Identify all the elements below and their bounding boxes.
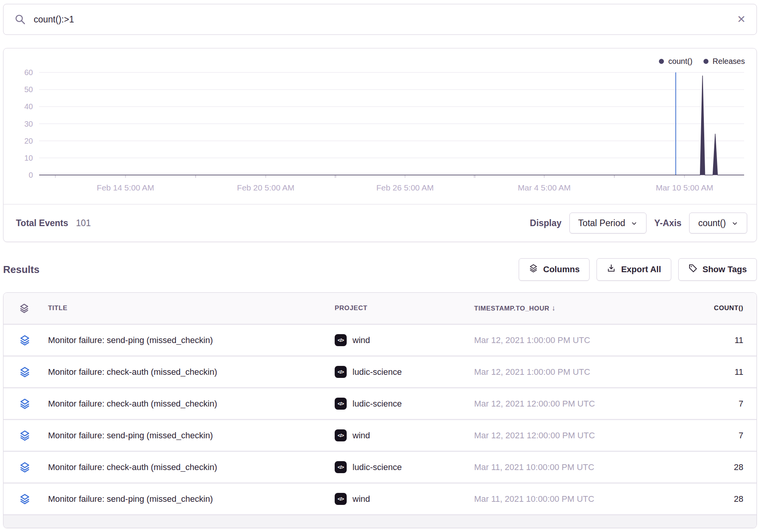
svg-text:Feb 14 5:00 AM: Feb 14 5:00 AM (97, 183, 154, 192)
display-dropdown[interactable]: Total Period (569, 213, 647, 233)
project-name: ludic-science (352, 399, 402, 409)
total-events-value: 101 (76, 218, 91, 228)
project-name: ludic-science (352, 367, 402, 377)
table-row[interactable]: Monitor failure: send-ping (missed_check… (3, 484, 757, 515)
table-row[interactable]: Monitor failure: check-auth (missed_chec… (3, 452, 757, 484)
legend-item-count[interactable]: count() (659, 57, 692, 66)
export-all-button-label: Export All (621, 264, 661, 275)
results-heading: Results (3, 264, 40, 276)
stack-icon[interactable] (19, 430, 48, 441)
project-platform-icon: </> (335, 493, 347, 505)
project-cell[interactable]: </> ludic-science (335, 366, 474, 378)
project-platform-icon: </> (335, 398, 347, 410)
svg-text:Mar 4 5:00 AM: Mar 4 5:00 AM (518, 183, 571, 192)
event-count: 7 (664, 431, 743, 441)
stack-icon (529, 264, 538, 275)
event-count: 11 (664, 367, 743, 377)
event-count: 7 (664, 399, 743, 409)
stack-icon[interactable] (19, 398, 48, 410)
stack-icon[interactable] (19, 462, 48, 473)
project-platform-icon: </> (335, 461, 347, 473)
svg-text:Feb 26 5:00 AM: Feb 26 5:00 AM (376, 183, 433, 192)
legend-item-releases[interactable]: Releases (703, 57, 745, 66)
project-cell[interactable]: </> wind (335, 334, 474, 346)
results-header-row: Results Columns Export All (3, 258, 757, 281)
project-platform-icon: </> (335, 366, 347, 378)
svg-text:Mar 10 5:00 AM: Mar 10 5:00 AM (656, 183, 713, 192)
column-header-project[interactable]: PROJECT (335, 304, 474, 312)
table-row[interactable]: Monitor failure: check-auth (missed_chec… (3, 388, 757, 420)
event-title[interactable]: Monitor failure: check-auth (missed_chec… (48, 399, 335, 409)
event-title[interactable]: Monitor failure: check-auth (missed_chec… (48, 367, 335, 377)
project-name: wind (352, 431, 370, 441)
results-table: TITLE PROJECT TIMESTAMP.TO_HOUR↓ COUNT()… (3, 292, 757, 528)
table-row[interactable]: Monitor failure: send-ping (missed_check… (3, 420, 757, 452)
chevron-down-icon (731, 220, 738, 227)
search-input[interactable] (34, 14, 729, 25)
table-row[interactable]: Monitor failure: send-ping (missed_check… (3, 325, 757, 357)
table-row[interactable]: Monitor failure: check-auth (missed_chec… (3, 357, 757, 388)
timestamp-column-label: TIMESTAMP.TO_HOUR (474, 305, 549, 312)
svg-text:20: 20 (24, 137, 33, 145)
project-name: wind (352, 335, 370, 345)
project-platform-icon: </> (335, 429, 347, 441)
event-timestamp: Mar 12, 2021 1:00:00 PM UTC (474, 367, 664, 377)
yaxis-dropdown[interactable]: count() (689, 213, 747, 233)
search-bar: ✕ (3, 4, 757, 35)
display-label: Display (530, 218, 562, 228)
event-title[interactable]: Monitor failure: send-ping (missed_check… (48, 494, 335, 504)
event-count: 28 (664, 494, 743, 504)
event-title[interactable]: Monitor failure: check-auth (missed_chec… (48, 462, 335, 472)
stack-icon[interactable] (19, 303, 48, 314)
columns-button[interactable]: Columns (519, 258, 590, 281)
count-series-dot-icon (659, 59, 664, 64)
sort-desc-icon: ↓ (552, 304, 555, 312)
events-over-time-chart[interactable]: 0102030405060Feb 14 5:00 AMFeb 20 5:00 A… (3, 48, 757, 204)
project-platform-icon: </> (335, 334, 347, 346)
project-name: ludic-science (352, 462, 402, 472)
event-title[interactable]: Monitor failure: send-ping (missed_check… (48, 335, 335, 345)
chart-footer: Total Events 101 Display Total Period Y-… (3, 204, 757, 242)
svg-text:Feb 20 5:00 AM: Feb 20 5:00 AM (237, 183, 294, 192)
project-cell[interactable]: </> ludic-science (335, 398, 474, 410)
event-timestamp: Mar 11, 2021 10:00:00 PM UTC (474, 462, 664, 472)
event-timestamp: Mar 12, 2021 1:00:00 PM UTC (474, 335, 664, 345)
event-timestamp: Mar 11, 2021 10:00:00 PM UTC (474, 494, 664, 504)
legend-count-label: count() (668, 57, 692, 66)
project-cell[interactable]: </> wind (335, 429, 474, 441)
display-dropdown-value: Total Period (578, 218, 625, 228)
svg-text:40: 40 (24, 102, 33, 111)
table-footer-strip (3, 515, 757, 528)
stack-icon[interactable] (19, 366, 48, 378)
export-all-button[interactable]: Export All (597, 258, 671, 281)
chart-legend: count() Releases (659, 57, 745, 66)
project-cell[interactable]: </> ludic-science (335, 461, 474, 473)
tag-icon (688, 264, 698, 275)
total-events-label: Total Events (16, 218, 68, 228)
svg-text:60: 60 (24, 68, 33, 77)
event-title[interactable]: Monitor failure: send-ping (missed_check… (48, 431, 335, 441)
show-tags-button-label: Show Tags (703, 264, 747, 275)
event-count: 28 (664, 462, 743, 472)
search-icon (14, 14, 26, 25)
svg-text:50: 50 (24, 85, 33, 94)
columns-button-label: Columns (543, 264, 579, 275)
chevron-down-icon (631, 220, 638, 227)
project-cell[interactable]: </> wind (335, 493, 474, 505)
stack-icon[interactable] (19, 335, 48, 346)
yaxis-label: Y-Axis (654, 218, 681, 228)
column-header-title[interactable]: TITLE (48, 304, 335, 312)
event-count: 11 (664, 335, 743, 345)
show-tags-button[interactable]: Show Tags (678, 258, 757, 281)
column-header-count[interactable]: COUNT() (664, 304, 743, 312)
clear-search-icon[interactable]: ✕ (737, 14, 746, 25)
releases-series-dot-icon (703, 59, 708, 64)
column-header-timestamp[interactable]: TIMESTAMP.TO_HOUR↓ (474, 304, 664, 312)
events-chart-panel: count() Releases 0102030405060Feb 14 5:0… (3, 48, 757, 242)
stack-icon[interactable] (19, 493, 48, 505)
event-timestamp: Mar 12, 2021 12:00:00 PM UTC (474, 431, 664, 441)
project-name: wind (352, 494, 370, 504)
legend-releases-label: Releases (713, 57, 745, 66)
table-header-row: TITLE PROJECT TIMESTAMP.TO_HOUR↓ COUNT() (3, 293, 757, 325)
event-timestamp: Mar 12, 2021 12:00:00 PM UTC (474, 399, 664, 409)
